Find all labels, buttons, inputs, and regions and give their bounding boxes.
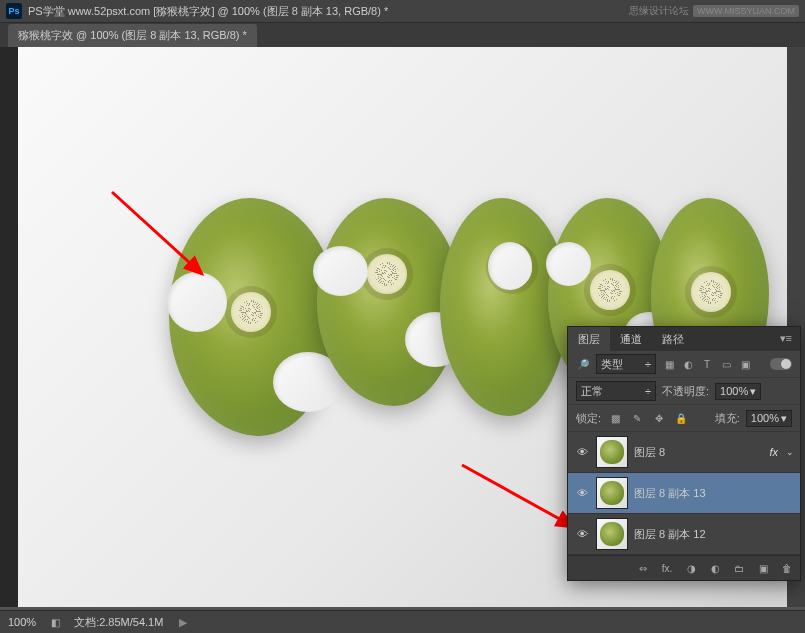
filter-type-icon[interactable]: T	[700, 357, 714, 371]
group-icon[interactable]: 🗀	[732, 561, 746, 575]
fill-field[interactable]: 100%▾	[746, 410, 792, 427]
tab-paths[interactable]: 路径	[652, 327, 694, 351]
filter-smart-icon[interactable]: ▣	[738, 357, 752, 371]
filter-pixel-icon[interactable]: ▦	[662, 357, 676, 371]
layers-panel-footer: ⇔ fx. ◑ ◐ 🗀 ▣ 🗑	[568, 555, 800, 580]
visibility-eye-icon[interactable]: 👁	[574, 485, 590, 501]
layers-panel: 图层 通道 路径 ▾≡ 🔎 类型÷ ▦ ◐ T ▭ ▣ 正常÷ 不透明度: 10…	[567, 326, 801, 581]
document-title: [猕猴桃字效] @ 100% (图层 8 副本 13, RGB/8) *	[153, 4, 388, 19]
status-bar: 100% ◧ 文档:2.85M/54.1M ▶	[0, 610, 805, 633]
layer-mask-icon[interactable]: ◑	[684, 561, 698, 575]
filter-adjust-icon[interactable]: ◐	[681, 357, 695, 371]
opacity-label: 不透明度:	[662, 384, 709, 399]
panel-tab-strip: 图层 通道 路径 ▾≡	[568, 327, 800, 351]
layer-name-label[interactable]: 图层 8 副本 13	[634, 486, 794, 501]
layer-thumbnail[interactable]	[596, 518, 628, 550]
doc-size-label: 文档	[74, 616, 96, 628]
lock-pixels-icon[interactable]: ✎	[629, 410, 645, 426]
filter-shape-icon[interactable]: ▭	[719, 357, 733, 371]
blend-mode-dropdown[interactable]: 正常÷	[576, 381, 656, 401]
titlebar-prefix: PS学堂 www.52psxt.com	[28, 4, 150, 19]
opacity-field[interactable]: 100%▾	[715, 383, 761, 400]
lock-fill-row: 锁定: ▩ ✎ ✥ 🔒 填充: 100%▾	[568, 405, 800, 432]
zoom-readout[interactable]: 100%	[8, 616, 36, 628]
fx-chevron-icon[interactable]: ⌄	[786, 447, 794, 457]
layer-thumbnail[interactable]	[596, 436, 628, 468]
document-tab[interactable]: 猕猴桃字效 @ 100% (图层 8 副本 13, RGB/8) *	[8, 24, 257, 47]
blend-opacity-row: 正常÷ 不透明度: 100%▾	[568, 378, 800, 405]
tab-layers[interactable]: 图层	[568, 327, 610, 351]
visibility-eye-icon[interactable]: 👁	[574, 526, 590, 542]
status-menu-arrow-icon[interactable]: ▶	[179, 616, 187, 629]
lock-all-icon[interactable]: 🔒	[673, 410, 689, 426]
visibility-eye-icon[interactable]: 👁	[574, 444, 590, 460]
lock-label: 锁定:	[576, 411, 601, 426]
tab-channels[interactable]: 通道	[610, 327, 652, 351]
link-layers-icon[interactable]: ⇔	[636, 561, 650, 575]
layer-row[interactable]: 👁 图层 8 fx ⌄	[568, 432, 800, 473]
fx-badge[interactable]: fx	[769, 446, 778, 458]
filter-toggle-switch[interactable]	[770, 358, 792, 370]
layer-row[interactable]: 👁 图层 8 副本 12	[568, 514, 800, 555]
layer-fx-icon[interactable]: fx.	[660, 561, 674, 575]
lock-position-icon[interactable]: ✥	[651, 410, 667, 426]
status-dims-icon[interactable]: ◧	[48, 615, 62, 629]
adjustment-layer-icon[interactable]: ◐	[708, 561, 722, 575]
filter-search-icon: 🔎	[576, 357, 590, 371]
layer-thumbnail[interactable]	[596, 477, 628, 509]
watermark: 思缘设计论坛 WWW.MISSYUAN.COM	[629, 4, 799, 18]
fill-label: 填充:	[715, 411, 740, 426]
app-titlebar: Ps PS学堂 www.52psxt.com [猕猴桃字效] @ 100% (图…	[0, 0, 805, 23]
panel-menu-icon[interactable]: ▾≡	[772, 327, 800, 351]
delete-layer-icon[interactable]: 🗑	[780, 561, 794, 575]
lock-transparent-icon[interactable]: ▩	[607, 410, 623, 426]
filter-type-dropdown[interactable]: 类型÷	[596, 354, 656, 374]
layer-list: 👁 图层 8 fx ⌄ 👁 图层 8 副本 13 👁 图层 8 副本 12	[568, 432, 800, 555]
photoshop-icon: Ps	[6, 3, 22, 19]
workspace: 图层 通道 路径 ▾≡ 🔎 类型÷ ▦ ◐ T ▭ ▣ 正常÷ 不透明度: 10…	[0, 47, 805, 607]
document-tab-bar: 猕猴桃字效 @ 100% (图层 8 副本 13, RGB/8) *	[0, 23, 805, 47]
svg-line-1	[462, 465, 574, 527]
layer-row[interactable]: 👁 图层 8 副本 13	[568, 473, 800, 514]
new-layer-icon[interactable]: ▣	[756, 561, 770, 575]
doc-size-value: :2.85M/54.1M	[96, 616, 163, 628]
layer-name-label[interactable]: 图层 8	[634, 445, 763, 460]
layer-filter-row: 🔎 类型÷ ▦ ◐ T ▭ ▣	[568, 351, 800, 378]
layer-name-label[interactable]: 图层 8 副本 12	[634, 527, 794, 542]
